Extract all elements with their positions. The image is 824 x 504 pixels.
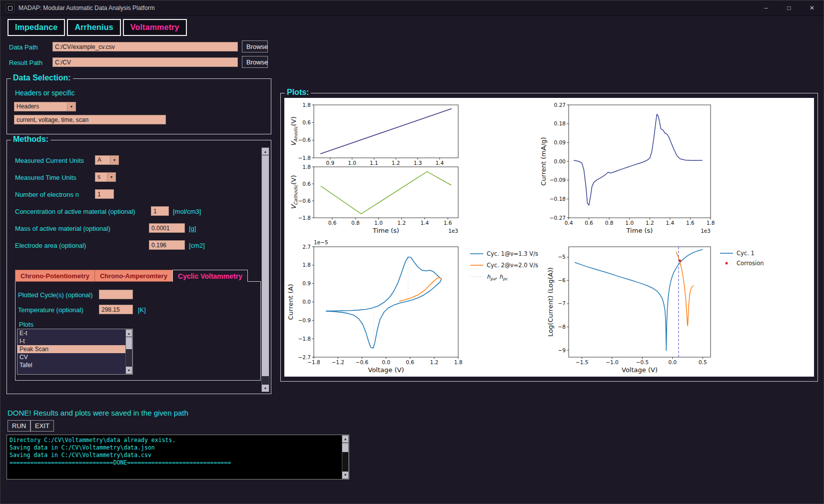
headers-dropdown[interactable]: Headers ▼	[14, 102, 76, 111]
svg-text:0.27: 0.27	[554, 102, 566, 108]
svg-text:−0.6: −0.6	[356, 359, 369, 365]
svg-text:Voltage (V): Voltage (V)	[622, 366, 658, 374]
electrons-label: Number of electrons n	[15, 191, 79, 198]
list-item-et[interactable]: E-t	[17, 329, 132, 337]
chevron-down-icon: ▼	[107, 173, 115, 181]
svg-text:0.0: 0.0	[302, 299, 311, 305]
current-units-dropdown[interactable]: A ▼	[95, 155, 119, 165]
svg-text:1.8: 1.8	[302, 262, 311, 268]
methods-group: Methods: Measured Current Units A ▼ Meas…	[6, 140, 271, 394]
concentration-unit-label: [mol/cm3]	[173, 208, 201, 215]
list-item-it[interactable]: I-t	[17, 337, 132, 345]
svg-text:−0.9: −0.9	[298, 317, 311, 323]
svg-text:−1.8: −1.8	[298, 336, 311, 342]
scroll-down-icon[interactable]: ▼	[262, 385, 269, 392]
result-path-input[interactable]	[52, 57, 238, 67]
concentration-input[interactable]	[151, 206, 169, 216]
svg-text:0.8: 0.8	[351, 220, 360, 226]
svg-text:0.6: 0.6	[328, 220, 337, 226]
svg-text:−0.6: −0.6	[298, 198, 311, 204]
svg-text:0.18: 0.18	[554, 120, 566, 126]
electrons-input[interactable]	[95, 189, 114, 199]
data-path-label: Data Path	[9, 43, 38, 51]
close-button[interactable]: ✕	[801, 0, 824, 15]
plots-list-scrollbar[interactable]: ▲ ▼	[125, 329, 132, 374]
list-item-tafel[interactable]: Tafel	[17, 361, 132, 369]
svg-text:−9: −9	[558, 347, 566, 353]
scrollbar-thumb[interactable]	[262, 155, 269, 376]
scrollbar-thumb[interactable]	[126, 337, 132, 349]
maximize-button[interactable]: □	[778, 0, 801, 15]
plotted-cycles-input[interactable]	[99, 290, 133, 299]
svg-text:Time (s): Time (s)	[372, 227, 399, 234]
svg-text:Current (A): Current (A)	[287, 284, 294, 320]
data-selection-group: Data Selection: Headers or specific Head…	[6, 78, 271, 134]
tab-chrono-amperometry[interactable]: Chrono-Amperomtery	[94, 270, 172, 282]
tab-arrhenius[interactable]: Arrhenius	[67, 19, 120, 36]
console-line: Directory C:/CV\Voltammetry\data already…	[9, 437, 346, 444]
tab-chrono-potentiometry[interactable]: Chrono-Potentiometry	[15, 270, 94, 282]
scroll-down-icon[interactable]: ▼	[342, 472, 348, 479]
result-path-browse-button[interactable]: Browse	[242, 56, 268, 68]
console-scrollbar[interactable]: ▲ ▼	[342, 435, 349, 479]
time-units-value: s	[95, 173, 107, 181]
headers-list-input[interactable]	[14, 115, 166, 124]
area-unit-label: [cm2]	[189, 242, 205, 249]
plots-list-label: Plots	[19, 321, 33, 328]
svg-text:Current (mA/g): Current (mA/g)	[540, 137, 547, 185]
svg-text:1.2: 1.2	[397, 220, 406, 226]
mass-label: Mass of active material (optional)	[15, 225, 110, 232]
svg-text:−0.18: −0.18	[550, 196, 566, 202]
svg-text:1.4: 1.4	[435, 160, 444, 166]
plots-title: Plots:	[285, 88, 311, 97]
svg-text:0.6: 0.6	[406, 359, 414, 365]
svg-text:1.4: 1.4	[421, 220, 429, 226]
app-window: MADAP: Modular Automatic Data Analysis P…	[0, 0, 824, 504]
svg-text:Cyc. 2@ν=2.0 V/s: Cyc. 2@ν=2.0 V/s	[487, 262, 538, 269]
console-line: Saving data in C:/CV\Voltammetry\data.js…	[9, 444, 346, 452]
run-button[interactable]: RUN	[7, 420, 30, 432]
scroll-up-icon[interactable]: ▲	[262, 148, 269, 155]
svg-text:−0.5: −0.5	[636, 359, 649, 365]
list-item-cv[interactable]: CV	[17, 353, 132, 361]
scroll-up-icon[interactable]: ▲	[126, 330, 132, 337]
console-line: Saving data in C:/CV\Voltammetry\data.cs…	[9, 452, 346, 459]
svg-text:0.09: 0.09	[554, 139, 566, 145]
svg-text:1.6: 1.6	[444, 220, 452, 226]
exit-button[interactable]: EXIT	[30, 420, 54, 432]
tab-cyclic-voltammetry[interactable]: Cyclic Voltammetry	[172, 270, 248, 282]
methods-scrollbar[interactable]: ▲ ▼	[261, 147, 269, 392]
svg-text:1.2: 1.2	[392, 160, 400, 166]
scroll-down-icon[interactable]: ▼	[126, 367, 132, 374]
chart-cv: −1.8−1.2−0.60.00.61.21.8−2.7−1.8−0.90.00…	[287, 239, 538, 374]
tab-impedance[interactable]: Impedance	[7, 19, 65, 36]
mass-input[interactable]	[149, 223, 185, 233]
data-path-browse-button[interactable]: Browse	[242, 40, 268, 52]
console-line: ==============================DONE======…	[9, 459, 346, 467]
svg-text:0.8: 0.8	[605, 220, 614, 226]
list-item-peak-scan[interactable]: Peak Scan	[17, 345, 132, 353]
result-path-label: Result Path	[9, 59, 42, 66]
minimize-button[interactable]: –	[755, 0, 778, 15]
svg-text:2.7: 2.7	[302, 244, 311, 250]
svg-text:Voltage (V): Voltage (V)	[368, 366, 404, 374]
time-units-dropdown[interactable]: s ▼	[95, 172, 116, 182]
area-input[interactable]	[149, 240, 185, 250]
current-units-value: A	[95, 156, 110, 164]
svg-text:−6: −6	[558, 277, 566, 283]
svg-text:0.0: 0.0	[382, 359, 390, 365]
svg-text:−1.8: −1.8	[298, 155, 311, 161]
svg-text:0.9: 0.9	[326, 160, 334, 166]
headers-dropdown-value: Headers	[14, 102, 67, 111]
temperature-label: Temperature (optional)	[18, 306, 83, 314]
tab-voltammetry[interactable]: Voltammetry	[123, 19, 187, 36]
temperature-input[interactable]	[99, 305, 133, 314]
scrollbar-thumb[interactable]	[342, 443, 348, 452]
data-selection-title: Data Selection:	[11, 73, 73, 82]
time-units-label: Measured Time Units	[15, 174, 76, 181]
headers-or-specific-label: Headers or specific	[15, 89, 75, 97]
scroll-up-icon[interactable]: ▲	[342, 436, 348, 443]
data-path-input[interactable]	[52, 42, 238, 51]
svg-text:1e3: 1e3	[701, 228, 711, 234]
concentration-label: Concentration of active material (option…	[15, 208, 135, 215]
